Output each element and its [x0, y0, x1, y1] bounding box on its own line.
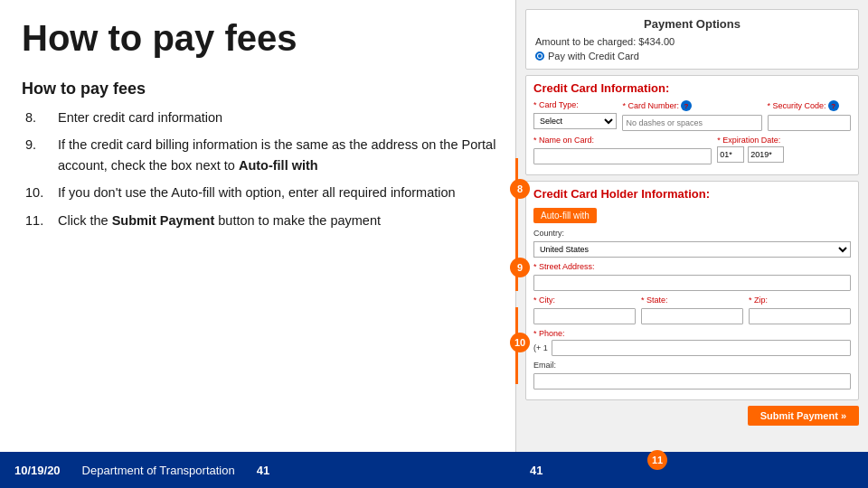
- country-row: Country: United States: [533, 229, 851, 258]
- card-type-field: * Card Type: Select: [533, 100, 617, 131]
- email-field: Email:: [533, 361, 851, 389]
- email-label: Email:: [533, 361, 851, 370]
- phone-input[interactable]: [552, 340, 851, 356]
- list-item: 9. If the credit card billing informatio…: [22, 135, 503, 175]
- step-badge-8: 8: [510, 179, 530, 199]
- card-number-info-icon[interactable]: ?: [681, 100, 692, 111]
- expiry-row: [717, 146, 851, 163]
- payment-options-box: Payment Options Amount to be charged: $4…: [525, 9, 859, 70]
- security-code-input[interactable]: [768, 115, 851, 131]
- security-code-info-icon[interactable]: ?: [828, 100, 839, 111]
- footer-right-page: 41: [530, 464, 542, 477]
- city-field: * City:: [533, 296, 636, 324]
- city-input[interactable]: [533, 308, 636, 324]
- step-text: Click the Submit Payment button to make …: [58, 211, 381, 230]
- phone-label: * Phone:: [533, 329, 851, 338]
- security-code-label: * Security Code: ?: [768, 100, 851, 111]
- card-number-input[interactable]: [622, 115, 761, 131]
- card-type-select[interactable]: Select: [533, 113, 617, 129]
- zip-label: * Zip:: [749, 296, 851, 305]
- pay-method-label: Pay with Credit Card: [548, 51, 639, 61]
- state-field: * State:: [641, 296, 743, 324]
- steps-list: 8. Enter credit card information 9. If t…: [22, 108, 503, 230]
- step-text: If you don't use the Auto-fill with opti…: [58, 183, 456, 202]
- step-badge-9: 9: [510, 258, 530, 277]
- list-item: 10. If you don't use the Auto-fill with …: [22, 183, 503, 202]
- submit-row: Submit Payment »: [516, 406, 868, 426]
- state-label: * State:: [641, 296, 743, 305]
- zip-input[interactable]: [749, 308, 851, 324]
- left-panel: How to pay fees How to pay fees 8. Enter…: [0, 0, 524, 452]
- right-panel: Payment Options Amount to be charged: $4…: [515, 0, 868, 488]
- name-on-card-field: * Name on Card:: [533, 136, 712, 164]
- payment-options-title: Payment Options: [535, 17, 849, 31]
- country-select[interactable]: United States: [533, 241, 851, 258]
- street-row: * Street Address:: [533, 262, 851, 291]
- step-num: 9.: [25, 135, 51, 175]
- pay-method-row: Pay with Credit Card: [535, 51, 849, 61]
- card-type-label: * Card Type:: [533, 100, 617, 109]
- email-input[interactable]: [533, 373, 851, 389]
- step-num: 11.: [25, 211, 51, 230]
- step-badge-11: 11: [647, 450, 667, 470]
- card-number-field: * Card Number: ?: [622, 100, 761, 131]
- phone-prefix: (+ 1: [533, 343, 548, 352]
- autofill-button[interactable]: Auto-fill with: [533, 208, 597, 223]
- phone-field: * Phone: (+ 1: [533, 329, 851, 356]
- step-text: If the credit card billing information i…: [58, 135, 503, 175]
- step-num: 8.: [25, 108, 51, 127]
- sub-title: How to pay fees: [22, 80, 503, 99]
- street-field: * Street Address:: [533, 262, 851, 291]
- phone-row: * Phone: (+ 1: [533, 329, 851, 356]
- name-expiry-row: * Name on Card: * Expiration Date:: [533, 136, 851, 164]
- footer-bar: 10/19/20 Department of Transportation 41: [0, 452, 524, 488]
- city-state-zip-row: * City: * State: * Zip:: [533, 296, 851, 324]
- step-badge-10: 10: [510, 333, 530, 352]
- footer-dept: Department of Transportation: [82, 464, 235, 477]
- street-label: * Street Address:: [533, 262, 851, 271]
- name-on-card-input[interactable]: [533, 148, 712, 164]
- cc-holder-title: Credit Card Holder Information:: [533, 187, 851, 201]
- security-code-field: * Security Code: ?: [768, 100, 851, 131]
- card-type-row: * Card Type: Select * Card Number: ? * S…: [533, 100, 851, 131]
- zip-field: * Zip:: [749, 296, 851, 324]
- main-title: How to pay fees: [22, 18, 503, 58]
- radio-credit-card[interactable]: [535, 52, 544, 61]
- name-on-card-label: * Name on Card:: [533, 136, 712, 145]
- list-item: 11. Click the Submit Payment button to m…: [22, 211, 503, 230]
- expiry-label: * Expiration Date:: [717, 136, 851, 145]
- cc-info-box: Credit Card Information: * Card Type: Se…: [525, 75, 859, 175]
- cc-section-title: Credit Card Information:: [533, 81, 851, 95]
- state-input[interactable]: [641, 308, 743, 324]
- footer-date: 10/19/20: [14, 464, 61, 477]
- city-label: * City:: [533, 296, 636, 305]
- footer-page: 41: [257, 464, 269, 477]
- amount-line: Amount to be charged: $434.00: [535, 36, 849, 47]
- card-number-label: * Card Number: ?: [622, 100, 761, 111]
- country-label: Country:: [533, 229, 851, 238]
- step-text: Enter credit card information: [58, 108, 222, 127]
- expiry-year-input[interactable]: [748, 146, 784, 163]
- cc-holder-box: Credit Card Holder Information: Auto-fil…: [525, 181, 859, 400]
- footer-right: 41: [515, 452, 868, 488]
- street-input[interactable]: [533, 275, 851, 291]
- email-row: Email:: [533, 361, 851, 389]
- expiry-field: * Expiration Date:: [717, 136, 851, 164]
- list-item: 8. Enter credit card information: [22, 108, 503, 127]
- expiry-month-input[interactable]: [717, 146, 744, 163]
- step-num: 10.: [25, 183, 51, 202]
- submit-payment-button[interactable]: Submit Payment »: [748, 406, 859, 426]
- country-field: Country: United States: [533, 229, 851, 258]
